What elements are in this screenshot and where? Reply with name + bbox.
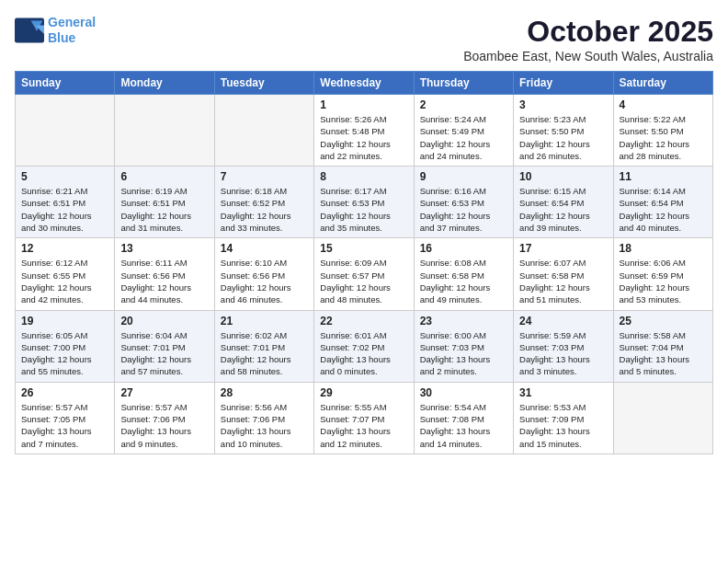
day-info: Sunrise: 5:57 AM Sunset: 7:06 PM Dayligh…: [120, 401, 208, 450]
day-number: 17: [519, 242, 607, 255]
day-info: Sunrise: 6:16 AM Sunset: 6:53 PM Dayligh…: [420, 185, 507, 234]
day-number: 10: [519, 170, 607, 183]
calendar-cell: 29Sunrise: 5:55 AM Sunset: 7:07 PM Dayli…: [314, 382, 414, 454]
calendar-cell: 28Sunrise: 5:56 AM Sunset: 7:06 PM Dayli…: [214, 382, 313, 454]
day-info: Sunrise: 6:18 AM Sunset: 6:52 PM Dayligh…: [221, 185, 308, 234]
col-sunday: Sunday: [16, 72, 115, 95]
calendar-cell: 11Sunrise: 6:14 AM Sunset: 6:54 PM Dayli…: [613, 167, 712, 238]
calendar-cell: 16Sunrise: 6:08 AM Sunset: 6:58 PM Dayli…: [414, 238, 513, 310]
calendar-body: 1Sunrise: 5:26 AM Sunset: 5:48 PM Daylig…: [16, 95, 713, 454]
day-info: Sunrise: 6:02 AM Sunset: 7:01 PM Dayligh…: [221, 329, 308, 378]
calendar-cell: 8Sunrise: 6:17 AM Sunset: 6:53 PM Daylig…: [314, 167, 414, 238]
day-number: 14: [221, 242, 308, 255]
calendar-cell: 20Sunrise: 6:04 AM Sunset: 7:01 PM Dayli…: [115, 310, 214, 382]
calendar-cell: 17Sunrise: 6:07 AM Sunset: 6:58 PM Dayli…: [514, 238, 613, 310]
day-number: 27: [120, 386, 208, 399]
calendar-week-4: 19Sunrise: 6:05 AM Sunset: 7:00 PM Dayli…: [16, 310, 713, 382]
day-info: Sunrise: 6:00 AM Sunset: 7:03 PM Dayligh…: [420, 329, 507, 378]
day-info: Sunrise: 6:06 AM Sunset: 6:59 PM Dayligh…: [620, 257, 707, 305]
col-wednesday: Wednesday: [314, 72, 414, 95]
day-info: Sunrise: 6:08 AM Sunset: 6:58 PM Dayligh…: [420, 257, 507, 305]
day-number: 9: [420, 170, 507, 183]
day-info: Sunrise: 5:26 AM Sunset: 5:48 PM Dayligh…: [320, 113, 407, 162]
logo-icon: [15, 17, 44, 43]
location-subtitle: Boambee East, New South Wales, Australia: [463, 49, 713, 63]
calendar-cell: 1Sunrise: 5:26 AM Sunset: 5:48 PM Daylig…: [314, 95, 414, 167]
day-number: 19: [21, 315, 108, 327]
day-number: 15: [320, 242, 407, 255]
day-number: 24: [519, 315, 607, 327]
day-number: 30: [420, 386, 507, 399]
calendar-cell: 15Sunrise: 6:09 AM Sunset: 6:57 PM Dayli…: [314, 238, 414, 310]
day-info: Sunrise: 5:24 AM Sunset: 5:49 PM Dayligh…: [420, 113, 507, 162]
calendar-cell: 2Sunrise: 5:24 AM Sunset: 5:49 PM Daylig…: [414, 95, 513, 167]
day-number: 25: [620, 315, 707, 327]
calendar-cell: 31Sunrise: 5:53 AM Sunset: 7:09 PM Dayli…: [514, 382, 613, 454]
calendar-cell: 19Sunrise: 6:05 AM Sunset: 7:00 PM Dayli…: [16, 310, 115, 382]
month-title: October 2025: [463, 15, 713, 49]
day-number: 5: [21, 170, 108, 183]
calendar-week-1: 1Sunrise: 5:26 AM Sunset: 5:48 PM Daylig…: [16, 95, 713, 167]
calendar-cell: [115, 95, 214, 167]
day-info: Sunrise: 5:57 AM Sunset: 7:05 PM Dayligh…: [21, 401, 108, 450]
col-thursday: Thursday: [414, 72, 513, 95]
day-info: Sunrise: 6:07 AM Sunset: 6:58 PM Dayligh…: [519, 257, 607, 305]
day-number: 3: [519, 98, 607, 111]
day-info: Sunrise: 6:09 AM Sunset: 6:57 PM Dayligh…: [320, 257, 407, 305]
logo-text: General Blue: [48, 15, 96, 46]
col-saturday: Saturday: [613, 72, 712, 95]
day-number: 8: [320, 170, 407, 183]
calendar-cell: 21Sunrise: 6:02 AM Sunset: 7:01 PM Dayli…: [214, 310, 313, 382]
day-number: 11: [620, 170, 707, 183]
calendar-week-3: 12Sunrise: 6:12 AM Sunset: 6:55 PM Dayli…: [16, 238, 713, 310]
day-info: Sunrise: 5:22 AM Sunset: 5:50 PM Dayligh…: [620, 113, 707, 162]
calendar-week-2: 5Sunrise: 6:21 AM Sunset: 6:51 PM Daylig…: [16, 167, 713, 238]
day-number: 22: [320, 315, 407, 327]
day-info: Sunrise: 5:54 AM Sunset: 7:08 PM Dayligh…: [420, 401, 507, 450]
calendar-cell: 13Sunrise: 6:11 AM Sunset: 6:56 PM Dayli…: [115, 238, 214, 310]
day-number: 31: [519, 386, 607, 399]
day-info: Sunrise: 5:23 AM Sunset: 5:50 PM Dayligh…: [519, 113, 607, 162]
calendar-cell: 6Sunrise: 6:19 AM Sunset: 6:51 PM Daylig…: [115, 167, 214, 238]
calendar-cell: 14Sunrise: 6:10 AM Sunset: 6:56 PM Dayli…: [214, 238, 313, 310]
calendar-week-5: 26Sunrise: 5:57 AM Sunset: 7:05 PM Dayli…: [16, 382, 713, 454]
day-number: 6: [120, 170, 208, 183]
calendar-cell: 27Sunrise: 5:57 AM Sunset: 7:06 PM Dayli…: [115, 382, 214, 454]
day-number: 12: [21, 242, 108, 255]
col-monday: Monday: [115, 72, 214, 95]
col-friday: Friday: [514, 72, 613, 95]
calendar-cell: 24Sunrise: 5:59 AM Sunset: 7:03 PM Dayli…: [514, 310, 613, 382]
day-info: Sunrise: 6:10 AM Sunset: 6:56 PM Dayligh…: [221, 257, 308, 305]
calendar-cell: 23Sunrise: 6:00 AM Sunset: 7:03 PM Dayli…: [414, 310, 513, 382]
calendar-header: Sunday Monday Tuesday Wednesday Thursday…: [16, 72, 713, 95]
calendar-cell: 18Sunrise: 6:06 AM Sunset: 6:59 PM Dayli…: [613, 238, 712, 310]
logo: General Blue: [15, 15, 96, 46]
calendar-table: Sunday Monday Tuesday Wednesday Thursday…: [15, 71, 713, 454]
day-info: Sunrise: 6:01 AM Sunset: 7:02 PM Dayligh…: [320, 329, 407, 378]
page-header: General Blue October 2025 Boambee East, …: [15, 15, 713, 63]
day-info: Sunrise: 5:59 AM Sunset: 7:03 PM Dayligh…: [519, 329, 607, 378]
title-block: October 2025 Boambee East, New South Wal…: [463, 15, 713, 63]
calendar-cell: 30Sunrise: 5:54 AM Sunset: 7:08 PM Dayli…: [414, 382, 513, 454]
calendar-cell: 22Sunrise: 6:01 AM Sunset: 7:02 PM Dayli…: [314, 310, 414, 382]
day-info: Sunrise: 6:15 AM Sunset: 6:54 PM Dayligh…: [519, 185, 607, 234]
day-info: Sunrise: 5:58 AM Sunset: 7:04 PM Dayligh…: [620, 329, 707, 378]
calendar-cell: 10Sunrise: 6:15 AM Sunset: 6:54 PM Dayli…: [514, 167, 613, 238]
day-info: Sunrise: 5:56 AM Sunset: 7:06 PM Dayligh…: [221, 401, 308, 450]
calendar-cell: [16, 95, 115, 167]
day-number: 7: [221, 170, 308, 183]
calendar-cell: 12Sunrise: 6:12 AM Sunset: 6:55 PM Dayli…: [16, 238, 115, 310]
day-info: Sunrise: 6:19 AM Sunset: 6:51 PM Dayligh…: [120, 185, 208, 234]
day-info: Sunrise: 5:53 AM Sunset: 7:09 PM Dayligh…: [519, 401, 607, 450]
calendar-cell: 25Sunrise: 5:58 AM Sunset: 7:04 PM Dayli…: [613, 310, 712, 382]
day-info: Sunrise: 6:04 AM Sunset: 7:01 PM Dayligh…: [120, 329, 208, 378]
day-number: 4: [620, 98, 707, 111]
day-info: Sunrise: 5:55 AM Sunset: 7:07 PM Dayligh…: [320, 401, 407, 450]
day-number: 1: [320, 98, 407, 111]
calendar-cell: 4Sunrise: 5:22 AM Sunset: 5:50 PM Daylig…: [613, 95, 712, 167]
calendar-cell: 7Sunrise: 6:18 AM Sunset: 6:52 PM Daylig…: [214, 167, 313, 238]
day-number: 2: [420, 98, 507, 111]
day-number: 29: [320, 386, 407, 399]
calendar-cell: 26Sunrise: 5:57 AM Sunset: 7:05 PM Dayli…: [16, 382, 115, 454]
col-tuesday: Tuesday: [214, 72, 313, 95]
